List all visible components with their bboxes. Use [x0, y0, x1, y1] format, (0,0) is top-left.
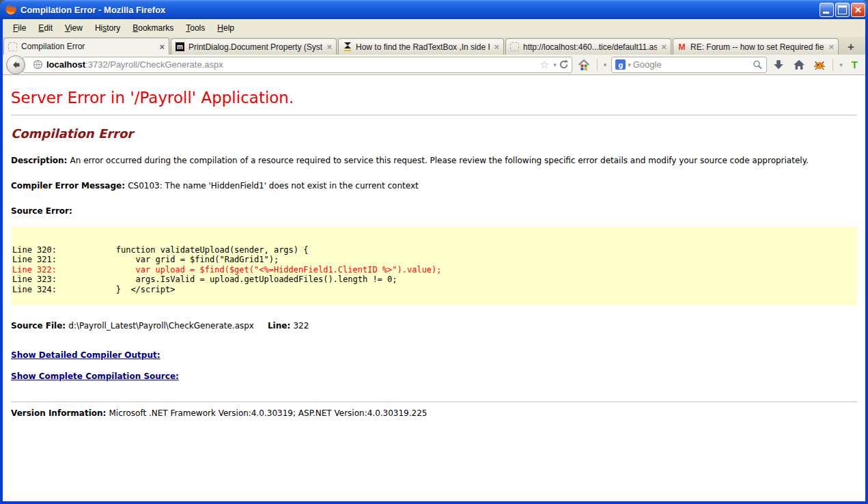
description-label: Description: — [11, 156, 70, 165]
compiler-error-text: CS0103: The name 'HiddenField1' does not… — [128, 181, 419, 191]
code-line-320: Line 320: function validateUpload(sender… — [12, 245, 854, 255]
url-dropdown-icon[interactable]: ▾ — [551, 61, 559, 68]
tab-title: http://localhost:460...tice/default11.as… — [523, 42, 657, 52]
tab-close-icon[interactable]: × — [657, 42, 667, 52]
close-button[interactable] — [851, 3, 865, 17]
source-error-line: Source Error: — [11, 206, 857, 216]
placeholder-favicon — [8, 42, 17, 51]
search-icon[interactable] — [752, 59, 763, 70]
tab-title: RE: Forum -- how to set Required field v… — [690, 42, 824, 52]
url-host: localhost — [46, 59, 85, 70]
url-bar[interactable]: localhost:3732/Payroll/CheckGenerate.asp… — [23, 57, 572, 73]
version-label: Version Information: — [11, 408, 109, 418]
page-content: Server Error in '/Payroll' Application. … — [3, 75, 865, 501]
url-path: :3732/Payroll/CheckGenerate.aspx — [85, 59, 223, 70]
maximize-button[interactable] — [835, 3, 850, 17]
tab-radtextbox[interactable]: How to find the RadTextBox ,In side Ra..… — [338, 38, 504, 55]
bookmark-star-icon[interactable]: ☆ — [537, 58, 551, 71]
globe-icon — [33, 59, 43, 70]
tab-gmail-forum[interactable]: M RE: Forum -- how to set Required field… — [673, 38, 839, 55]
google-logo-icon: g — [615, 59, 626, 70]
menu-edit[interactable]: Edit — [32, 20, 59, 36]
tab-title: How to find the RadTextBox ,In side Ra..… — [356, 42, 490, 52]
firebug-dropdown-icon[interactable]: ▾ — [837, 61, 845, 68]
tab-close-icon[interactable]: × — [824, 42, 834, 52]
tab-printdialog[interactable]: m PrintDialog.Document Property (System.… — [171, 38, 337, 55]
description-text: An error occurred during the compilation… — [70, 156, 809, 165]
search-engine-dropdown-icon[interactable]: ▾ — [626, 61, 633, 68]
error-subtitle: Compilation Error — [11, 126, 857, 141]
tab-localhost-default11[interactable]: http://localhost:460...tice/default11.as… — [505, 38, 671, 55]
code-line-324: Line 324: } </script> — [12, 285, 854, 295]
menu-tools[interactable]: Tools — [180, 20, 211, 36]
home-button[interactable] — [790, 56, 808, 74]
description-line: Description: An error occurred during th… — [11, 155, 857, 166]
speeddial-house-icon — [578, 59, 590, 71]
speeddial-dropdown-icon[interactable]: ▾ — [602, 61, 609, 68]
tab-close-icon[interactable]: × — [155, 42, 165, 52]
search-input[interactable] — [633, 59, 753, 70]
browser-window: Compilation Error - Mozilla Firefox File… — [0, 0, 868, 504]
code-line-323: Line 323: args.IsValid = upload.getUploa… — [12, 275, 854, 285]
speeddial-button[interactable] — [575, 56, 593, 74]
source-error-code-box: Line 320: function validateUpload(sender… — [11, 227, 857, 306]
menu-file[interactable]: File — [7, 20, 32, 36]
msdn-favicon: m — [176, 42, 184, 51]
version-line: Version Information: Microsoft .NET Fram… — [11, 408, 857, 418]
tab-title: PrintDialog.Document Property (System...… — [188, 42, 322, 52]
tab-strip: Compilation Error × m PrintDialog.Docume… — [3, 37, 865, 55]
line-number-label: Line: — [268, 321, 293, 331]
window-title: Compilation Error - Mozilla Firefox — [20, 5, 820, 15]
source-file-value: d:\Payroll_Latest\Payroll\CheckGenerate.… — [68, 321, 254, 331]
new-tab-button[interactable]: + — [842, 40, 860, 55]
back-button[interactable] — [6, 55, 25, 74]
menu-history[interactable]: History — [89, 20, 126, 36]
telerik-favicon — [343, 42, 352, 51]
compiler-error-line: Compiler Error Message: CS0103: The name… — [11, 180, 857, 191]
divider — [11, 115, 857, 115]
firebug-button[interactable] — [811, 56, 828, 74]
compiler-error-label: Compiler Error Message: — [11, 181, 128, 191]
version-text: Microsoft .NET Framework Version:4.0.303… — [109, 408, 428, 418]
firebug-icon — [813, 59, 826, 71]
gmail-favicon: M — [677, 42, 686, 51]
menu-bookmarks[interactable]: Bookmarks — [126, 20, 180, 36]
downloads-button[interactable] — [770, 56, 787, 74]
show-detailed-compiler-output-link[interactable]: Show Detailed Compiler Output: — [11, 350, 160, 360]
search-box[interactable]: g ▾ — [611, 57, 767, 73]
menu-bar: File Edit View History Bookmarks Tools H… — [3, 19, 865, 37]
tab-close-icon[interactable]: × — [322, 42, 332, 52]
page-title: Server Error in '/Payroll' Application. — [11, 89, 857, 107]
source-file-label: Source File: — [11, 321, 68, 331]
back-arrow-icon — [10, 59, 21, 70]
code-line-322-error: Line 322: var upload = $find($get("<%=Hi… — [12, 265, 854, 275]
home-icon — [793, 59, 805, 71]
reload-icon[interactable] — [559, 59, 569, 70]
menu-view[interactable]: View — [59, 20, 89, 36]
navigation-bar: localhost:3732/Payroll/CheckGenerate.asp… — [3, 55, 865, 75]
download-arrow-icon — [772, 59, 785, 71]
show-complete-compilation-source-link[interactable]: Show Complete Compilation Source: — [11, 372, 179, 381]
divider — [11, 402, 857, 402]
source-file-line: Source File: d:\Payroll_Latest\Payroll\C… — [11, 321, 857, 331]
source-error-label: Source Error: — [11, 206, 72, 216]
t-extension-icon[interactable]: T — [848, 59, 862, 70]
code-line-321: Line 321: var grid = $find("RadGrid1"); — [12, 255, 854, 265]
line-number-value: 322 — [293, 321, 309, 331]
menu-help[interactable]: Help — [211, 20, 240, 36]
tab-compilation-error[interactable]: Compilation Error × — [3, 38, 169, 55]
title-bar[interactable]: Compilation Error - Mozilla Firefox — [0, 0, 868, 19]
firefox-logo-icon — [5, 3, 17, 16]
placeholder-favicon — [510, 42, 519, 51]
minimize-button[interactable] — [820, 3, 834, 17]
tab-title: Compilation Error — [21, 42, 155, 51]
tab-close-icon[interactable]: × — [490, 42, 499, 52]
